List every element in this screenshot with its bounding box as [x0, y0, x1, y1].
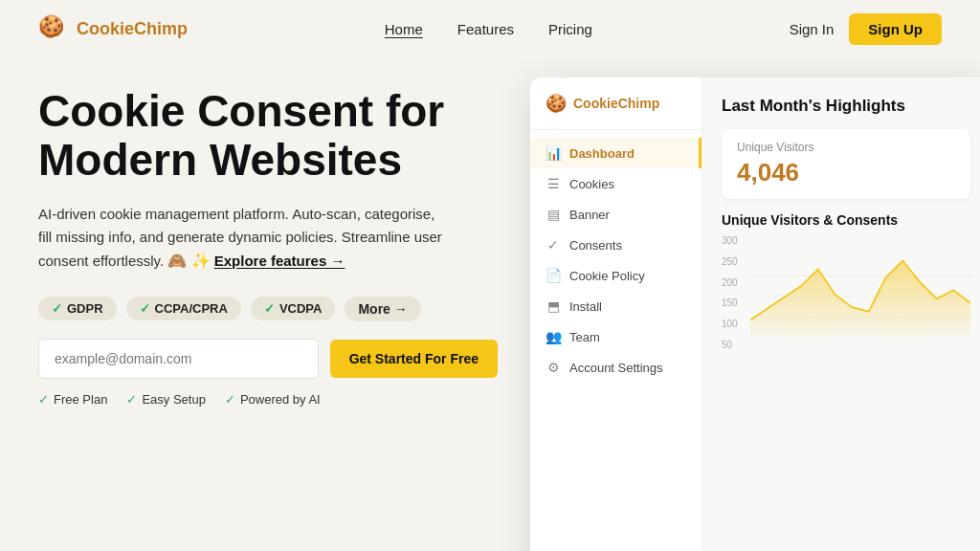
badge-vcdpa: ✓ VCDPA	[251, 297, 336, 320]
dashboard-icon: 📊	[546, 145, 561, 161]
settings-icon: ⚙	[546, 360, 561, 375]
get-started-button[interactable]: Get Started For Free	[330, 340, 498, 378]
trust-powered-ai: ✓ Powered by AI	[225, 392, 321, 407]
app-logo-text: CookieChimp	[573, 96, 659, 111]
check-icon: ✓	[126, 392, 137, 407]
nav-actions: Sign In Sign Up	[790, 13, 942, 45]
main-content: Cookie Consent for Modern Websites AI-dr…	[0, 58, 980, 551]
banner-icon: ▤	[546, 207, 561, 222]
install-icon: ⬒	[546, 298, 561, 314]
sign-in-button[interactable]: Sign In	[790, 21, 835, 37]
compliance-badges: ✓ GDPR ✓ CCPA/CPRA ✓ VCDPA More →	[38, 297, 498, 321]
nav-links: Home Features Pricing	[385, 21, 592, 37]
brand-name: CookieChimp	[77, 19, 188, 39]
badge-ccpa: ✓ CCPA/CPRA	[126, 297, 241, 320]
section-title: Last Month's Highlights	[722, 97, 970, 116]
sidebar-item-install[interactable]: ⬒ Install	[530, 291, 702, 321]
app-logo: 🍪 CookieChimp	[530, 93, 702, 130]
nav-pricing[interactable]: Pricing	[548, 21, 592, 37]
hero-title: Cookie Consent for Modern Websites	[38, 87, 498, 184]
sign-up-button[interactable]: Sign Up	[849, 13, 942, 45]
nav-features[interactable]: Features	[457, 21, 514, 37]
sidebar-item-banner[interactable]: ▤ Banner	[530, 199, 702, 230]
trust-free-plan: ✓ Free Plan	[38, 392, 107, 407]
stat-label: Unique Visitors	[737, 141, 955, 154]
trust-indicators: ✓ Free Plan ✓ Easy Setup ✓ Powered by AI	[38, 392, 498, 407]
app-sidebar: 🍪 CookieChimp 📊 Dashboard ☰ Cookies ▤ Ba…	[530, 77, 702, 551]
emoji-1: 🙈	[167, 253, 187, 269]
app-logo-icon: 🍪	[546, 93, 567, 114]
sidebar-item-cookie-policy[interactable]: 📄 Cookie Policy	[530, 260, 702, 291]
navbar: 🍪 CookieChimp Home Features Pricing Sign…	[0, 0, 980, 58]
check-icon: ✓	[225, 392, 235, 407]
sidebar-item-cookies[interactable]: ☰ Cookies	[530, 168, 702, 199]
cookies-icon: ☰	[546, 176, 561, 191]
cta-row: Get Started For Free	[38, 339, 498, 379]
trust-easy-setup: ✓ Easy Setup	[126, 392, 206, 407]
app-main-content: Last Month's Highlights Unique Visitors …	[702, 77, 980, 551]
explore-features-link[interactable]: Explore features →	[214, 253, 345, 269]
chart-title: Unique Visitors & Consents	[722, 212, 970, 228]
check-icon: ✓	[140, 301, 150, 316]
consents-icon: ✓	[546, 237, 561, 253]
badge-gdpr: ✓ GDPR	[38, 297, 117, 320]
more-button[interactable]: More →	[345, 297, 420, 321]
logo-icon: 🍪	[38, 14, 69, 45]
chart-area: 300 250 200 150 100 50	[722, 235, 970, 369]
policy-icon: 📄	[546, 268, 561, 283]
stat-value: 4,046	[737, 158, 955, 187]
hero-section: Cookie Consent for Modern Websites AI-dr…	[0, 58, 536, 551]
chart-y-axis: 300 250 200 150 100 50	[722, 235, 748, 350]
sidebar-item-account-settings[interactable]: ⚙ Account Settings	[530, 352, 702, 383]
stat-card: Unique Visitors 4,046	[722, 129, 970, 199]
hero-description: AI-driven cookie management platform. Au…	[38, 203, 450, 274]
email-input[interactable]	[38, 339, 319, 379]
sidebar-item-dashboard[interactable]: 📊 Dashboard	[530, 138, 702, 168]
check-icon: ✓	[52, 301, 62, 316]
team-icon: 👥	[546, 329, 561, 344]
nav-home[interactable]: Home	[385, 21, 423, 37]
check-icon: ✓	[264, 301, 275, 316]
sidebar-item-consents[interactable]: ✓ Consents	[530, 230, 702, 260]
app-preview: 🍪 CookieChimp 📊 Dashboard ☰ Cookies ▤ Ba…	[530, 77, 980, 551]
logo[interactable]: 🍪 CookieChimp	[38, 14, 188, 45]
chart-svg	[750, 235, 970, 337]
emoji-2: ✨	[191, 253, 211, 269]
check-icon: ✓	[38, 392, 49, 407]
sidebar-item-team[interactable]: 👥 Team	[530, 321, 702, 352]
